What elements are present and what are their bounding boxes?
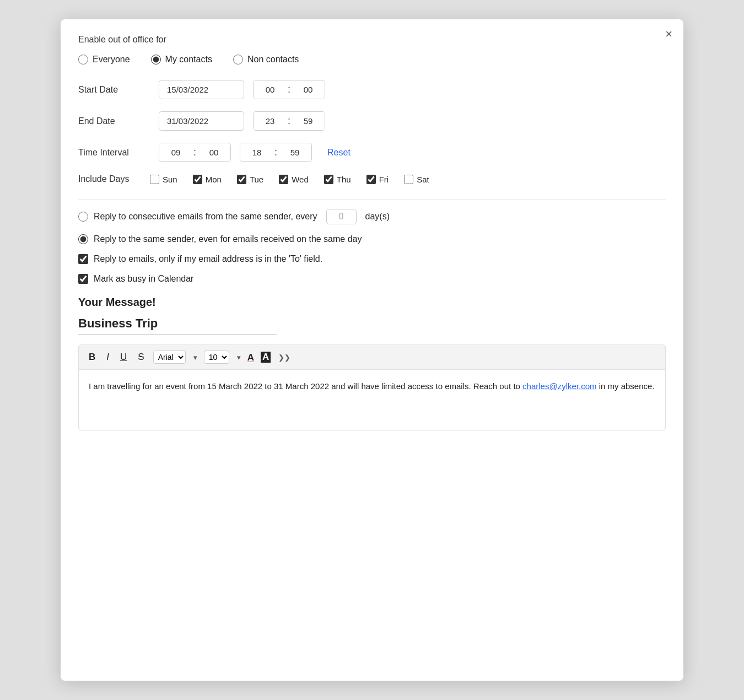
radio-my-contacts-label: My contacts (165, 55, 212, 64)
to-field-row: Reply to emails, only if my email addres… (78, 254, 666, 264)
day-mon-checkbox[interactable] (193, 175, 202, 184)
day-thu[interactable]: Thu (324, 175, 351, 184)
your-message-section-label: Your Message! (78, 296, 666, 309)
time-interval-label: Time Interval (78, 148, 150, 158)
to-field-checkbox[interactable] (78, 254, 88, 264)
day-mon[interactable]: Mon (193, 175, 222, 184)
day-wed-checkbox[interactable] (279, 175, 288, 184)
start-time-sep: : (287, 84, 292, 95)
email-link[interactable]: charles@zylker.com (522, 381, 596, 391)
end-date-input[interactable] (159, 111, 244, 131)
message-body[interactable]: I am travelling for an event from 15 Mar… (78, 370, 666, 430)
start-hour-input[interactable] (254, 80, 287, 99)
dialog-title: Enable out of office for (78, 35, 666, 45)
recipient-radio-group: Everyone My contacts Non contacts (78, 55, 666, 64)
day-sun-label: Sun (163, 175, 177, 184)
day-sun-checkbox[interactable] (150, 175, 159, 184)
day-tue-label: Tue (250, 175, 263, 184)
interval-start-group: : (159, 143, 231, 162)
radio-non-contacts-label: Non contacts (247, 55, 299, 64)
radio-non-contacts[interactable]: Non contacts (233, 55, 299, 64)
busy-label: Mark as busy in Calendar (94, 274, 193, 284)
font-family-chevron: ▾ (193, 353, 197, 362)
font-size-select[interactable]: 10 (204, 351, 229, 364)
end-date-label: End Date (78, 116, 150, 126)
more-options-chevron: ❯❯ (278, 353, 290, 362)
day-sat-checkbox[interactable] (404, 175, 413, 184)
same-day-radio[interactable] (78, 234, 88, 244)
time-interval-row: Time Interval : : Reset (78, 143, 666, 162)
message-body-text-post: in my absence. (597, 381, 655, 391)
reply-options-section: Reply to consecutive emails from the sam… (78, 209, 666, 284)
date-time-section: Start Date : End Date : Time Interval : (78, 80, 666, 184)
include-days-row: Include Days Sun Mon Tue Wed Thu (78, 174, 666, 184)
interval-start-hour[interactable] (159, 143, 192, 161)
radio-everyone-label: Everyone (93, 55, 130, 64)
radio-everyone[interactable]: Everyone (78, 55, 130, 64)
radio-non-contacts-input[interactable] (233, 55, 243, 64)
to-field-label: Reply to emails, only if my email addres… (94, 254, 322, 264)
end-date-row: End Date : (78, 111, 666, 131)
close-button[interactable]: × (665, 28, 672, 40)
day-mon-label: Mon (206, 175, 222, 184)
include-days-label: Include Days (78, 174, 150, 184)
interval-end-hour[interactable] (240, 143, 273, 161)
day-thu-label: Thu (337, 175, 351, 184)
radio-my-contacts[interactable]: My contacts (151, 55, 212, 64)
interval-start-minute[interactable] (197, 143, 230, 161)
busy-row: Mark as busy in Calendar (78, 274, 666, 284)
day-tue[interactable]: Tue (237, 175, 263, 184)
reset-button[interactable]: Reset (327, 148, 351, 158)
consecutive-label-post: day(s) (365, 212, 390, 222)
strikethrough-button[interactable]: S (136, 351, 146, 364)
interval-end-sep: : (273, 147, 278, 158)
message-toolbar: B I U S Arial ▾ 10 ▾ A A ❯❯ (78, 344, 666, 370)
end-time-sep: : (287, 115, 292, 127)
start-minute-input[interactable] (292, 80, 325, 99)
day-thu-checkbox[interactable] (324, 175, 333, 184)
consecutive-label-pre: Reply to consecutive emails from the sam… (94, 212, 317, 222)
message-body-text-pre: I am travelling for an event from 15 Mar… (89, 381, 522, 391)
day-sun[interactable]: Sun (150, 175, 177, 184)
day-fri[interactable]: Fri (366, 175, 389, 184)
end-hour-input[interactable] (254, 112, 287, 130)
day-fri-label: Fri (379, 175, 389, 184)
start-date-row: Start Date : (78, 80, 666, 99)
busy-checkbox[interactable] (78, 274, 88, 284)
out-of-office-dialog: × Enable out of office for Everyone My c… (61, 19, 683, 681)
day-tue-checkbox[interactable] (237, 175, 246, 184)
subject-input[interactable] (78, 316, 277, 335)
day-sat[interactable]: Sat (404, 175, 429, 184)
consecutive-radio[interactable] (78, 212, 88, 222)
highlight-button[interactable]: A (261, 352, 271, 363)
divider-1 (78, 200, 666, 200)
interval-start-sep: : (192, 147, 197, 158)
day-wed-label: Wed (292, 175, 309, 184)
start-time-group: : (253, 80, 325, 99)
start-date-input[interactable] (159, 80, 244, 99)
same-day-row: Reply to the same sender, even for email… (78, 234, 666, 244)
interval-end-minute[interactable] (278, 143, 311, 161)
font-size-chevron: ▾ (237, 353, 241, 362)
interval-end-group: : (240, 143, 312, 162)
end-minute-input[interactable] (292, 112, 325, 130)
radio-my-contacts-input[interactable] (151, 55, 161, 64)
font-family-select[interactable]: Arial (153, 351, 186, 364)
underline-button[interactable]: U (118, 351, 129, 364)
italic-button[interactable]: I (104, 351, 111, 364)
same-day-label: Reply to the same sender, even for email… (94, 234, 362, 244)
consecutive-row: Reply to consecutive emails from the sam… (78, 209, 666, 224)
highlight-a-label: A (261, 352, 271, 363)
day-wed[interactable]: Wed (279, 175, 309, 184)
start-date-label: Start Date (78, 85, 150, 95)
bold-button[interactable]: B (87, 351, 98, 364)
day-fri-checkbox[interactable] (366, 175, 376, 184)
day-sat-label: Sat (417, 175, 429, 184)
end-time-group: : (253, 111, 325, 131)
font-color-button[interactable]: A (247, 353, 254, 362)
font-color-a-label: A (247, 353, 254, 362)
consecutive-days-input[interactable] (326, 209, 357, 224)
radio-everyone-input[interactable] (78, 55, 88, 64)
